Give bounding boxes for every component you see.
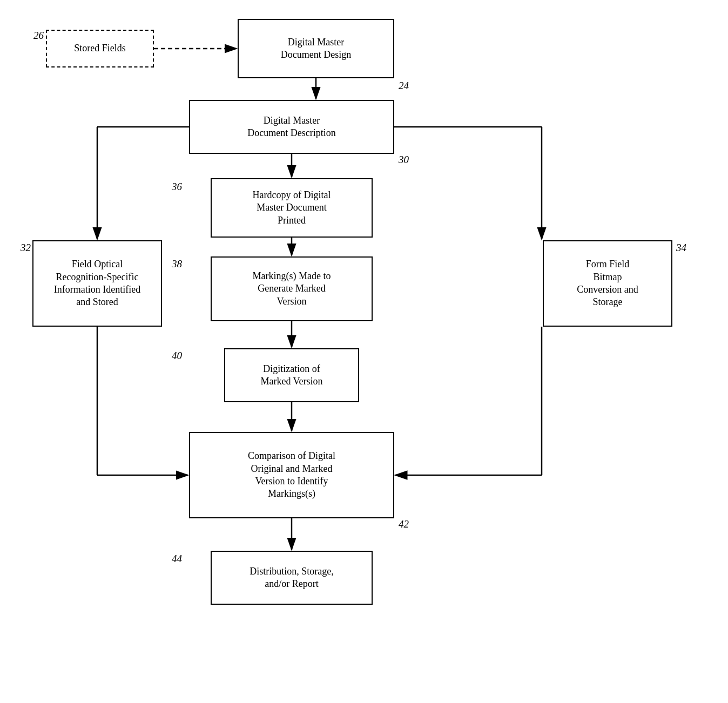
diagram-container: Stored Fields 26 Digital MasterDocument … — [0, 0, 728, 703]
ref-42: 42 — [399, 518, 409, 530]
digital-master-design-label: Digital MasterDocument Design — [281, 36, 351, 62]
ref-40: 40 — [172, 350, 182, 362]
markings-made-label: Marking(s) Made toGenerate MarkedVersion — [253, 270, 331, 308]
ref-44: 44 — [172, 553, 182, 565]
ref-36: 36 — [172, 181, 182, 193]
form-field-bitmap-box: Form FieldBitmapConversion andStorage — [543, 240, 672, 327]
ref-30: 30 — [399, 154, 409, 166]
form-field-bitmap-label: Form FieldBitmapConversion andStorage — [577, 258, 638, 309]
hardcopy-printed-label: Hardcopy of DigitalMaster DocumentPrinte… — [253, 189, 331, 227]
digitization-label: Digitization ofMarked Version — [260, 363, 322, 388]
digital-master-description-label: Digital MasterDocument Description — [247, 114, 335, 140]
field-optical-label: Field OpticalRecognition-SpecificInforma… — [54, 258, 140, 309]
distribution-label: Distribution, Storage,and/or Report — [250, 565, 334, 591]
distribution-box: Distribution, Storage,and/or Report — [211, 551, 373, 605]
ref-26: 26 — [33, 30, 44, 42]
ref-38: 38 — [172, 258, 182, 270]
stored-fields-label: Stored Fields — [74, 42, 126, 55]
digital-master-design-box: Digital MasterDocument Design — [238, 19, 394, 78]
digital-master-description-box: Digital MasterDocument Description — [189, 100, 394, 154]
hardcopy-printed-box: Hardcopy of DigitalMaster DocumentPrinte… — [211, 178, 373, 238]
stored-fields-box: Stored Fields — [46, 30, 154, 67]
field-optical-box: Field OpticalRecognition-SpecificInforma… — [32, 240, 162, 327]
ref-32: 32 — [21, 242, 31, 254]
ref-24: 24 — [399, 80, 409, 92]
comparison-box: Comparison of DigitalOriginal and Marked… — [189, 432, 394, 518]
ref-34: 34 — [676, 242, 686, 254]
markings-made-box: Marking(s) Made toGenerate MarkedVersion — [211, 256, 373, 321]
comparison-label: Comparison of DigitalOriginal and Marked… — [248, 450, 335, 501]
digitization-box: Digitization ofMarked Version — [224, 348, 359, 402]
